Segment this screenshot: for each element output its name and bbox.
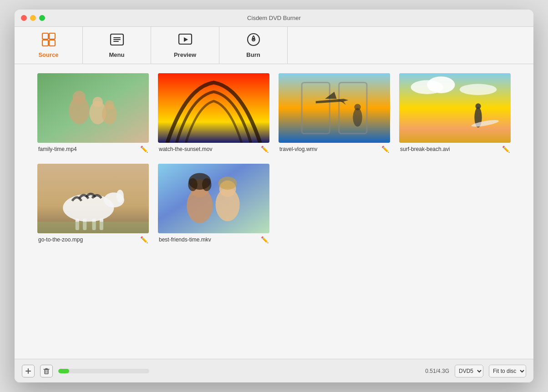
svg-point-18 — [105, 100, 114, 109]
tab-burn[interactable]: Burn — [219, 27, 288, 64]
svg-point-14 — [73, 91, 86, 104]
video-info: family-time.mp4 ✏️ — [37, 143, 149, 155]
video-grid: family-time.mp4 ✏️ — [37, 73, 511, 245]
delete-button[interactable] — [40, 365, 53, 377]
tab-preview-label: Preview — [174, 51, 196, 58]
video-thumbnail — [37, 73, 149, 143]
list-item[interactable]: family-time.mp4 ✏️ — [37, 73, 149, 155]
video-thumbnail — [37, 164, 149, 233]
video-name: best-friends-time.mkv — [159, 236, 211, 243]
svg-point-27 — [427, 76, 455, 93]
svg-point-24 — [354, 104, 360, 110]
list-item[interactable]: travel-vlog.wmv ✏️ — [279, 73, 390, 155]
svg-rect-20 — [279, 73, 390, 143]
add-button[interactable] — [22, 365, 35, 377]
tab-menu[interactable]: Menu — [83, 27, 151, 64]
close-button[interactable] — [21, 15, 27, 21]
svg-point-23 — [353, 108, 362, 127]
content-area: family-time.mp4 ✏️ — [15, 64, 533, 359]
progress-bar-fill — [58, 369, 69, 373]
traffic-lights — [21, 15, 45, 21]
svg-point-45 — [188, 178, 197, 191]
svg-marker-9 — [184, 37, 188, 42]
svg-rect-52 — [45, 370, 48, 374]
tab-preview[interactable]: Preview — [151, 27, 219, 64]
edit-icon[interactable]: ✏️ — [502, 146, 510, 153]
list-item[interactable]: watch-the-sunset.mov ✏️ — [158, 73, 269, 155]
svg-rect-1 — [49, 33, 55, 39]
progress-bar-container — [58, 369, 149, 373]
burn-icon — [246, 32, 261, 49]
svg-rect-2 — [42, 40, 48, 46]
toolbar: Source Menu Preview — [15, 27, 533, 64]
tab-menu-label: Menu — [109, 51, 125, 58]
minimize-button[interactable] — [30, 15, 36, 21]
video-info: travel-vlog.wmv ✏️ — [279, 143, 390, 155]
trash-icon — [43, 368, 50, 374]
svg-point-46 — [202, 178, 211, 191]
maximize-button[interactable] — [39, 15, 45, 21]
svg-point-30 — [475, 103, 481, 109]
video-info: best-friends-time.mkv ✏️ — [158, 233, 269, 245]
disc-type-select[interactable]: DVD5 DVD9 — [455, 365, 483, 377]
tab-source[interactable]: Source — [15, 27, 83, 64]
statusbar: 0.51/4.3G DVD5 DVD9 Fit to disc Do not f… — [15, 359, 533, 382]
video-name: family-time.mp4 — [38, 146, 77, 152]
fit-option-select[interactable]: Fit to disc Do not fit — [489, 365, 526, 377]
video-name: surf-break-beach.avi — [400, 146, 450, 152]
preview-icon — [178, 32, 193, 49]
video-name: travel-vlog.wmv — [279, 146, 317, 152]
list-item[interactable]: best-friends-time.mkv ✏️ — [158, 164, 269, 245]
video-thumbnail — [399, 73, 511, 143]
edit-icon[interactable]: ✏️ — [381, 146, 389, 153]
svg-rect-41 — [158, 164, 269, 233]
list-item[interactable]: go-to-the-zoo.mpg ✏️ — [37, 164, 149, 245]
svg-rect-40 — [37, 222, 149, 234]
edit-icon[interactable]: ✏️ — [261, 146, 269, 153]
edit-icon[interactable]: ✏️ — [140, 146, 148, 153]
tab-source-label: Source — [38, 51, 58, 58]
menu-icon — [110, 32, 124, 49]
storage-info: 0.51/4.3G — [425, 368, 449, 374]
video-thumbnail — [279, 73, 390, 143]
video-thumbnail — [158, 73, 269, 143]
svg-point-49 — [218, 177, 237, 190]
svg-rect-3 — [49, 40, 55, 46]
video-info: watch-the-sunset.mov ✏️ — [158, 143, 269, 155]
window-title: Cisdem DVD Burner — [247, 15, 301, 21]
svg-point-28 — [460, 84, 497, 95]
video-info: surf-break-beach.avi ✏️ — [399, 143, 511, 155]
svg-rect-0 — [42, 33, 48, 39]
list-item[interactable]: surf-break-beach.avi ✏️ — [399, 73, 511, 155]
edit-icon[interactable]: ✏️ — [261, 236, 269, 243]
video-name: watch-the-sunset.mov — [159, 146, 212, 152]
titlebar: Cisdem DVD Burner — [15, 10, 533, 27]
plus-icon — [25, 368, 31, 374]
video-thumbnail — [158, 164, 269, 233]
svg-point-16 — [92, 97, 102, 107]
tab-burn-label: Burn — [246, 51, 260, 58]
main-window: Cisdem DVD Burner Source — [15, 10, 533, 382]
video-name: go-to-the-zoo.mpg — [38, 236, 83, 243]
svg-point-35 — [117, 190, 124, 203]
video-info: go-to-the-zoo.mpg ✏️ — [37, 233, 149, 245]
edit-icon[interactable]: ✏️ — [140, 236, 148, 243]
source-icon — [41, 32, 56, 49]
